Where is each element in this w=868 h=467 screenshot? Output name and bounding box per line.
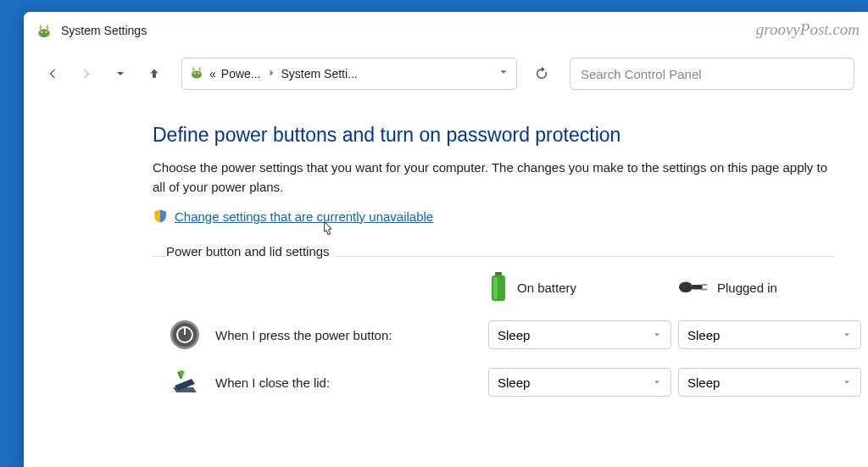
column-header-plugged-label: Plugged in <box>717 281 777 295</box>
select-close-lid-battery[interactable]: Sleep <box>488 368 671 397</box>
select-value: Sleep <box>687 328 720 342</box>
select-power-button-battery[interactable]: Sleep <box>488 320 671 349</box>
svg-rect-16 <box>184 326 186 335</box>
breadcrumb-separator-icon <box>266 68 276 80</box>
close-lid-icon <box>170 367 200 398</box>
chevron-down-icon <box>842 377 852 387</box>
settings-grid: On battery Plugged in <box>170 272 834 398</box>
plug-icon <box>678 278 709 297</box>
breadcrumb-chevron-down-icon[interactable] <box>498 66 509 81</box>
window-title: System Settings <box>61 24 147 37</box>
svg-rect-8 <box>493 277 498 299</box>
up-button[interactable] <box>139 58 170 89</box>
svg-rect-12 <box>701 289 707 291</box>
select-value: Sleep <box>687 375 720 390</box>
app-icon <box>36 22 53 39</box>
svg-point-0 <box>38 29 49 37</box>
refresh-button[interactable] <box>526 58 558 90</box>
svg-point-4 <box>194 73 196 75</box>
titlebar: System Settings <box>24 12 868 49</box>
toolbar: « Powe... System Setti... <box>24 49 868 98</box>
select-power-button-plugged[interactable]: Sleep <box>678 320 861 349</box>
power-button-icon <box>170 320 200 350</box>
history-dropdown-button[interactable] <box>105 58 136 89</box>
svg-point-5 <box>198 73 199 75</box>
svg-point-1 <box>42 31 43 33</box>
chevron-down-icon <box>652 377 662 387</box>
address-bar[interactable]: « Powe... System Setti... <box>181 58 517 90</box>
svg-point-3 <box>192 71 202 79</box>
svg-rect-11 <box>701 284 707 286</box>
breadcrumb-prefix: « <box>209 67 216 81</box>
page-heading: Define power buttons and turn on passwor… <box>153 124 834 147</box>
chevron-down-icon <box>652 330 662 340</box>
system-settings-window: groovyPost.com System Settings <box>24 12 868 467</box>
row-label-power-button: When I press the power button: <box>215 328 488 342</box>
select-close-lid-plugged[interactable]: Sleep <box>678 368 861 397</box>
row-label-close-lid: When I close the lid: <box>215 375 488 390</box>
breadcrumb-item-2[interactable]: System Setti... <box>281 67 358 81</box>
change-settings-row: Change settings that are currently unava… <box>153 208 834 224</box>
cursor-icon <box>319 220 336 241</box>
svg-point-2 <box>46 31 47 33</box>
content-area: Define power buttons and turn on passwor… <box>24 98 868 398</box>
change-settings-link[interactable]: Change settings that are currently unava… <box>175 209 433 224</box>
column-header-plugged: Plugged in <box>678 278 868 297</box>
forward-button[interactable] <box>71 58 102 89</box>
page-description: Choose the power settings that you want … <box>153 158 834 197</box>
svg-rect-10 <box>692 285 703 289</box>
svg-rect-6 <box>495 272 502 275</box>
breadcrumb-item-1[interactable]: Powe... <box>221 67 261 81</box>
back-button[interactable] <box>37 58 68 89</box>
watermark: groovyPost.com <box>756 20 860 39</box>
select-value: Sleep <box>498 328 530 342</box>
battery-icon <box>488 272 509 303</box>
breadcrumb-app-icon <box>189 64 204 83</box>
shield-icon <box>153 208 168 224</box>
select-value: Sleep <box>498 375 530 390</box>
chevron-down-icon <box>842 330 852 340</box>
power-button-section: Power button and lid settings On battery <box>153 244 834 398</box>
column-header-battery-label: On battery <box>517 281 576 295</box>
svg-point-9 <box>679 281 693 292</box>
section-title: Power button and lid settings <box>166 244 335 259</box>
column-header-battery: On battery <box>488 272 678 303</box>
search-input[interactable] <box>570 58 854 90</box>
